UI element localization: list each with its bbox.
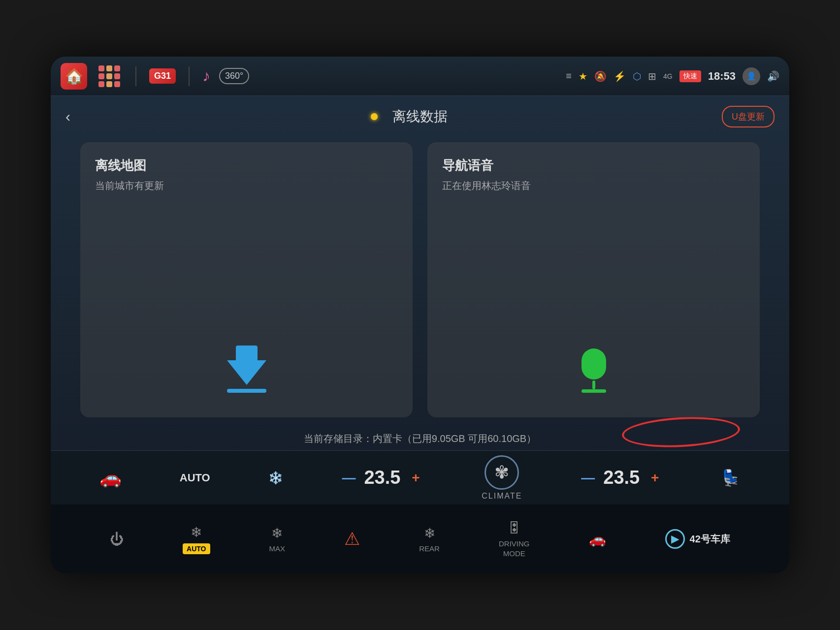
vr-360-button[interactable]: 360° <box>219 68 249 84</box>
max-label: MAX <box>269 544 286 553</box>
page-title: 离线数据 <box>392 107 448 126</box>
fan-left-section: ❄️ <box>268 471 283 485</box>
car-settings-area[interactable]: 🚗 <box>589 531 606 547</box>
car-section: 🚗 <box>99 468 122 488</box>
storage-info: 当前存储目录：内置卡（已用9.05GB 可用60.10GB） <box>51 422 789 450</box>
auto-section: AUTO <box>180 472 210 484</box>
bluetooth-icon: ⬡ <box>633 70 641 82</box>
climate-label: CLIMATE <box>482 492 522 501</box>
nav-voice-title: 导航语音 <box>442 157 745 174</box>
logo-icon: ▶ <box>665 529 685 549</box>
message-icon[interactable]: ≡ <box>566 70 572 82</box>
driving-mode-label: DRIVINGMODE <box>499 539 530 558</box>
temp-left-plus-button[interactable]: + <box>408 470 423 486</box>
music-icon[interactable]: ♪ <box>202 67 210 85</box>
signal-icon: 4G <box>663 72 673 80</box>
driving-mode-icon: 🎛 <box>507 520 521 536</box>
offline-map-title: 离线地图 <box>95 157 398 174</box>
climate-fan-button[interactable]: ✾ <box>485 455 519 490</box>
hazard-button[interactable]: ⚠ <box>344 529 360 549</box>
usb-update-button[interactable]: U盘更新 <box>722 106 775 127</box>
top-nav-right: ≡ ★ 🔕 ⚡ ⬡ ⊞ 4G 快速 18:53 👤 🔊 <box>566 67 779 85</box>
temp-right-plus-button[interactable]: + <box>647 470 663 486</box>
car-icon: 🚗 <box>99 468 122 488</box>
temp-right-value: 23.5 <box>602 467 641 488</box>
brand-logo: ▶ 42号车库 <box>665 529 730 549</box>
nav-voice-card[interactable]: 导航语音 正在使用林志玲语音 <box>427 142 760 417</box>
rear-fan-area[interactable]: ❄ REAR <box>419 525 440 553</box>
main-content: ‹ 离线数据 U盘更新 离线地图 当前城市有更新 导航语音 <box>51 96 789 504</box>
g31-badge[interactable]: G31 <box>149 68 176 84</box>
temp-left-minus-button[interactable]: — <box>341 470 356 486</box>
driving-mode-area[interactable]: 🎛 DRIVINGMODE <box>499 520 530 558</box>
sub-header: ‹ 离线数据 U盘更新 <box>51 96 789 137</box>
kuaisu-badge: 快速 <box>679 70 701 82</box>
car-settings-icon: 🚗 <box>589 531 606 547</box>
rear-fan-icon: ❄ <box>424 525 435 541</box>
seat-section: 💺 <box>721 469 741 487</box>
yellow-indicator <box>371 113 378 120</box>
max-fan-area[interactable]: ❄ MAX <box>269 525 286 553</box>
divider <box>189 66 190 86</box>
link-icon: ⊞ <box>648 70 656 82</box>
climate-bar: 🚗 AUTO ❄️ — 23.5 + ✾ CLIMATE — 23.5 + <box>51 450 789 504</box>
back-button[interactable]: ‹ <box>65 108 70 125</box>
fan-auto-icon: ❄ <box>191 524 202 540</box>
avatar[interactable]: 👤 <box>743 67 760 85</box>
temp-left-control: — 23.5 + <box>341 467 423 488</box>
download-icon <box>227 346 266 393</box>
fan-max-icon: ❄ <box>271 525 283 541</box>
brand-name: 42号车库 <box>690 533 730 546</box>
physical-bar: ⏻ ❄ AUTO ❄ MAX ⚠ ❄ REAR 🎛 DRIVINGMODE 🚗 … <box>51 504 789 573</box>
grid-menu-button[interactable] <box>96 63 123 90</box>
power-button-area[interactable]: ⏻ <box>110 531 124 547</box>
offline-map-subtitle: 当前城市有更新 <box>95 179 398 192</box>
nav-voice-subtitle: 正在使用林志玲语音 <box>442 179 745 192</box>
climate-center[interactable]: ✾ CLIMATE <box>482 455 522 501</box>
temp-left-value: 23.5 <box>362 467 402 488</box>
volume-icon[interactable]: 🔊 <box>767 70 779 82</box>
temp-right-minus-button[interactable]: — <box>580 470 596 486</box>
rear-label: REAR <box>419 544 440 553</box>
hazard-icon[interactable]: ⚠ <box>344 529 360 549</box>
download-icon-area <box>95 336 398 403</box>
storage-text: 当前存储目录：内置卡（已用9.05GB 可用60.10GB） <box>304 433 536 444</box>
mic-icon-area <box>442 339 745 403</box>
divider <box>135 66 136 86</box>
time-display: 18:53 <box>708 70 736 83</box>
top-navigation-bar: 🏠 G31 ♪ 360° <box>51 57 789 96</box>
home-button[interactable]: 🏠 <box>61 63 87 90</box>
seat-heat-icon[interactable]: 💺 <box>721 469 741 487</box>
power-icon[interactable]: ⏻ <box>110 531 124 547</box>
auto-badge: AUTO <box>183 543 210 554</box>
mute-icon[interactable]: 🔕 <box>594 70 607 82</box>
microphone-icon <box>579 348 609 393</box>
auto-fan-area[interactable]: ❄ AUTO <box>183 524 210 554</box>
favorite-icon[interactable]: ★ <box>579 70 587 82</box>
cards-area: 离线地图 当前城市有更新 导航语音 正在使用林志玲语音 <box>51 137 789 422</box>
usb-icon: ⚡ <box>614 70 626 82</box>
temp-right-control: — 23.5 + <box>580 467 663 488</box>
fan-left-icon: ❄️ <box>268 471 283 485</box>
auto-label: AUTO <box>180 472 210 484</box>
top-nav-left: 🏠 G31 ♪ 360° <box>61 63 249 90</box>
offline-map-card[interactable]: 离线地图 当前城市有更新 <box>80 142 413 417</box>
